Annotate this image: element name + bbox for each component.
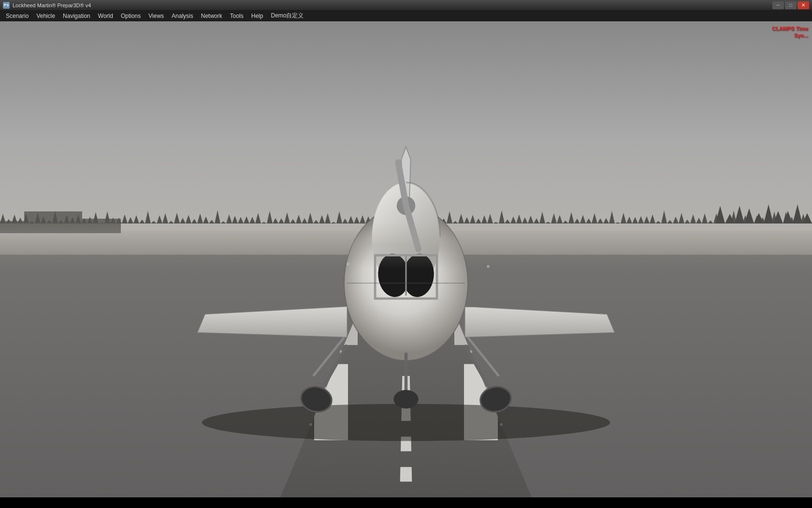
viewport: CLAMPS Time Syn... [0,21,812,497]
overlay-line1: CLAMPS Time [772,25,808,32]
titlebar: P3 Lockheed Martin® Prepar3D® v4 ─ □ ✕ [0,0,812,11]
titlebar-left: P3 Lockheed Martin® Prepar3D® v4 [3,2,91,9]
menu-item-help[interactable]: Help [247,12,267,20]
close-button[interactable]: ✕ [798,1,809,9]
menu-item-navigation[interactable]: Navigation [59,12,94,20]
menu-item-vehicle[interactable]: Vehicle [32,12,59,20]
overlay-text: CLAMPS Time Syn... [772,25,808,39]
titlebar-controls[interactable]: ─ □ ✕ [772,1,809,9]
menu-item-options[interactable]: Options [117,12,145,20]
menu-item-analysis[interactable]: Analysis [168,12,197,20]
maximize-button[interactable]: □ [785,1,797,9]
menu-item-network[interactable]: Network [197,12,226,20]
menu-item-views[interactable]: Views [145,12,168,20]
titlebar-title: Lockheed Martin® Prepar3D® v4 [13,2,91,8]
menu-item-demo[interactable]: Demo自定义 [267,11,307,21]
scene-canvas [0,21,812,497]
menu-item-scenario[interactable]: Scenario [2,12,32,20]
menubar: Scenario Vehicle Navigation World Option… [0,11,812,21]
app-icon: P3 [3,2,10,9]
minimize-button[interactable]: ─ [772,1,784,9]
overlay-line2: Syn... [772,32,808,39]
menu-item-world[interactable]: World [94,12,117,20]
menu-item-tools[interactable]: Tools [226,12,247,20]
